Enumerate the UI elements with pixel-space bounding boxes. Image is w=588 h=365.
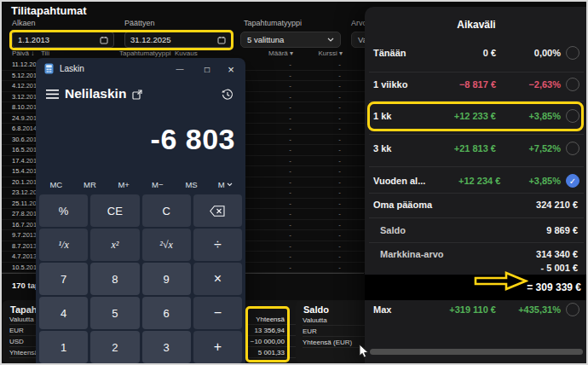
period-radio[interactable]	[566, 78, 579, 91]
add-key[interactable]: +	[193, 331, 242, 363]
horizontal-scrollbar[interactable]	[370, 349, 583, 355]
digit-1-key[interactable]: 1	[39, 331, 88, 363]
period-radio[interactable]	[566, 109, 579, 123]
keep-on-top-icon[interactable]	[132, 89, 143, 100]
digit-9-key[interactable]: 9	[142, 263, 191, 295]
column-header-kurssi[interactable]: Kurssi ▾	[319, 49, 343, 57]
chevron-down-icon	[227, 182, 233, 187]
start-date-value: 1.1.2013	[18, 35, 49, 44]
square-root-key[interactable]: ²√x	[142, 229, 191, 261]
calendar-icon[interactable]	[100, 36, 108, 44]
tapahtumatyyppi-label: Tapahtumatyyppi	[244, 19, 302, 27]
minimize-button[interactable]: —	[169, 58, 191, 80]
row-maara: -	[289, 157, 291, 165]
total-column-label: Yhteensä	[256, 316, 285, 323]
row-maara: -	[289, 188, 291, 196]
percent-key[interactable]: %	[39, 194, 88, 227]
row-kurssi: -	[338, 72, 341, 79]
digit-7-key[interactable]: 7	[39, 263, 88, 295]
digit-4-key[interactable]: 4	[39, 297, 88, 329]
period-row-3-kk[interactable]: 3 kk +21 813 € +7,52%	[365, 136, 588, 160]
digit-6-key[interactable]: 6	[142, 297, 191, 329]
multiply-key[interactable]: ×	[193, 263, 242, 295]
period-percent: 0,00%	[499, 48, 561, 58]
result-band: = 309 339 €	[365, 275, 588, 300]
subtract-key[interactable]: −	[193, 297, 242, 329]
menu-hamburger-icon[interactable]	[46, 90, 59, 99]
calculator-display: -6 803	[36, 119, 235, 159]
memory-add-button[interactable]: M+	[107, 176, 141, 193]
memory-subtract-button[interactable]: M−	[141, 176, 175, 193]
row-maara: -	[289, 231, 291, 239]
end-date-value: 31.12.2025	[130, 35, 171, 44]
period-radio-selected[interactable]: ✓	[566, 174, 579, 188]
digit-3-key[interactable]: 3	[142, 331, 191, 363]
start-date-input[interactable]: 1.1.2013	[12, 32, 114, 48]
row-maara: -	[289, 167, 291, 175]
clear-key[interactable]: C	[142, 194, 191, 227]
row-maara: -	[289, 103, 291, 111]
period-row-1-kk[interactable]: 1 kk +12 233 € +3,85%	[365, 104, 588, 128]
calculator-mode-title: Nelilaskin	[65, 86, 126, 101]
memory-recall-button[interactable]: MR	[73, 176, 107, 193]
page-title: Tilitapahtumat	[11, 4, 87, 17]
row-date: 9.7.2013	[12, 231, 37, 239]
memory-store-button[interactable]: MS	[175, 176, 209, 193]
period-row-vuoden-alusta[interactable]: Vuoden al... +12 234 € +3,85% ✓	[365, 169, 588, 193]
period-row-1-viikko[interactable]: 1 viikko −8 817 € −2,63%	[365, 72, 588, 96]
period-amount: +21 813 €	[415, 143, 496, 154]
row-kurssi: -	[338, 93, 341, 101]
digit-2-key[interactable]: 2	[90, 331, 139, 363]
row-kurssi: -	[338, 188, 341, 196]
calendar-icon[interactable]	[217, 36, 226, 44]
divide-key[interactable]: ÷	[193, 229, 242, 261]
paattyen-label: Päättyen	[124, 19, 155, 27]
app-window: Tilitapahtumat Alkaen Päättyen Tapahtuma…	[0, 0, 588, 365]
period-radio[interactable]	[566, 46, 579, 60]
row-maara: -	[289, 252, 291, 260]
transaction-type-dropdown[interactable]: 5 valittuna	[240, 32, 341, 48]
period-amount: −8 817 €	[415, 79, 496, 90]
column-header-kuvaus[interactable]: Kuvaus	[175, 49, 198, 57]
saldo-panel-title: Saldo	[303, 304, 329, 315]
memory-clear-button[interactable]: MC	[39, 176, 73, 193]
memory-flyout-button[interactable]: M	[208, 176, 242, 193]
row-maara: -	[289, 210, 291, 217]
alkaen-label: Alkaen	[12, 19, 36, 27]
equity-value: 314 340 €	[536, 249, 578, 259]
row-kurssi: -	[338, 221, 341, 229]
period-radio[interactable]	[566, 303, 579, 316]
end-date-input[interactable]: 31.12.2025	[124, 32, 232, 48]
row-maara: -	[289, 264, 291, 271]
backspace-key[interactable]	[193, 194, 242, 227]
row-kurssi: -	[338, 61, 341, 68]
digit-5-key[interactable]: 5	[90, 297, 139, 329]
column-header-tili[interactable]: Tili	[41, 49, 49, 57]
digit-8-key[interactable]: 8	[90, 263, 139, 295]
row-kurssi: -	[338, 125, 341, 132]
period-amount: +319 110 €	[415, 304, 496, 315]
calculator-titlebar[interactable]: Laskin — □ ×	[36, 58, 245, 80]
history-icon[interactable]	[222, 89, 233, 101]
row-kurssi: -	[338, 242, 341, 250]
period-radio[interactable]	[566, 142, 579, 155]
period-row-max[interactable]: Max +319 110 € +435,31%	[365, 298, 588, 322]
column-header-maara[interactable]: Määrä ▾	[268, 49, 293, 57]
period-amount: +12 234 €	[425, 176, 500, 186]
square-key[interactable]: x²	[90, 229, 139, 261]
column-header-paiva[interactable]: Päivä ↓	[12, 49, 34, 57]
currency-column-label: Valuutta	[9, 316, 34, 323]
reciprocal-key[interactable]: ¹/x	[39, 229, 88, 261]
adjustment-value: - 5 001 €	[541, 263, 578, 273]
row-kurssi: -	[338, 146, 341, 154]
maximize-button[interactable]: □	[196, 58, 218, 80]
aikavali-panel: Aikaväli Tänään 0 € 0,00% 1 viikko −8 81…	[365, 7, 588, 365]
row-kurssi: -	[338, 252, 341, 260]
close-button[interactable]: ×	[220, 58, 242, 80]
column-header-tapahtumatyyppi[interactable]: Tapahtumatyyppi	[119, 49, 170, 57]
clear-entry-key[interactable]: CE	[90, 194, 139, 227]
calculator-keypad: % CE C ¹/x x² ²√x ÷ 7 8 9 × 4 5 6 − 1 2 …	[39, 194, 242, 363]
transaction-type-value: 5 valittuna	[247, 35, 284, 44]
row-kurssi: -	[338, 136, 341, 143]
period-row-tanaan[interactable]: Tänään 0 € 0,00%	[365, 41, 588, 65]
